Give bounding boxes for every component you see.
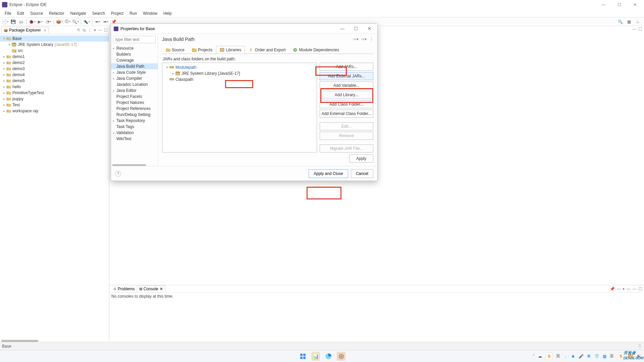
tray-smiley-icon[interactable]: ☻ — [571, 354, 575, 359]
pkg-item-primitivetypetest[interactable]: ▸PrimitiveTypeTest — [0, 90, 109, 96]
dialog-category-list[interactable]: ▸ResourceBuildersCoverageJava Build Path… — [111, 45, 158, 164]
menu-file[interactable]: File — [2, 10, 14, 17]
tray-sogou-icon[interactable]: S — [545, 353, 553, 360]
pkg-item-demo2[interactable]: ▸demo2 — [0, 60, 109, 66]
category-wikitext[interactable]: WikiText — [111, 136, 158, 142]
pkg-item-puppy[interactable]: ▸puppy — [0, 96, 109, 102]
menu-project[interactable]: Project — [108, 10, 126, 17]
start-button[interactable] — [299, 352, 307, 361]
dialog-close-button[interactable]: ✕ — [364, 26, 375, 31]
jars-item-jre-system-library-javase-17-[interactable]: ▸JRE System Library [JavaSE-17] — [164, 70, 315, 76]
category-java-build-path[interactable]: Java Build Path — [111, 63, 158, 69]
category-java-compiler[interactable]: ▸Java Compiler — [111, 75, 158, 81]
pkg-item-demo1[interactable]: ▸demo1 — [0, 54, 109, 60]
jars-item-modulepath[interactable]: ▾Modulepath — [164, 64, 315, 70]
open-type-button[interactable]: 🔍 — [72, 18, 79, 25]
pkg-item-demo3[interactable]: ▸demo3 — [0, 66, 109, 72]
nav-forward-icon[interactable]: ⇨▾ — [361, 37, 367, 42]
category-project-references[interactable]: Project References — [111, 106, 158, 112]
category-java-editor[interactable]: ▸Java Editor — [111, 87, 158, 94]
close-view-icon[interactable]: ✕ — [44, 28, 46, 32]
view-menu-dots-icon[interactable]: ⋮ — [369, 37, 373, 42]
display-console-icon[interactable]: ▭ — [617, 287, 621, 291]
package-explorer-tab[interactable]: 📦 Package Explorer ✕ — [1, 27, 49, 33]
pkg-item-jre-system-library[interactable]: ▸JRE System Library[JavaSE-17] — [0, 42, 109, 48]
pkg-item-workspace-ray[interactable]: ▸workspace ray — [0, 108, 109, 114]
menu-edit[interactable]: Edit — [14, 10, 27, 17]
pkg-item-base[interactable]: ▾Base — [0, 36, 109, 42]
category-run-debug-setting[interactable]: Run/Debug Setting — [111, 112, 158, 118]
dialog-minimize-button[interactable]: — — [337, 26, 348, 31]
dialog-filter-input[interactable] — [113, 36, 156, 43]
tab-libraries[interactable]: Libraries — [216, 46, 245, 54]
tray-tool-icon[interactable]: 🛠 — [587, 354, 591, 359]
category-task-tags[interactable]: Task Tags — [111, 124, 158, 130]
tray-mic-icon[interactable]: 🎤 — [579, 354, 584, 359]
run-button[interactable]: ▶ — [37, 18, 44, 25]
nav-back-icon[interactable]: ⇦▾ — [353, 37, 359, 42]
dialog-maximize-button[interactable]: ☐ — [351, 26, 361, 31]
forward-nav-button[interactable]: ➡ — [102, 18, 109, 25]
category-validation[interactable]: ▸Validation — [111, 130, 158, 136]
debug-button[interactable]: 🐞 — [29, 18, 36, 25]
tray-punct-icon[interactable]: ， — [564, 353, 568, 359]
new-console-icon[interactable]: ▭ — [627, 287, 630, 291]
new-class-button[interactable]: Ⓒ — [64, 18, 71, 25]
problems-tab[interactable]: ⚠ Problems — [111, 286, 137, 292]
close-console-icon[interactable]: ✕ — [160, 287, 163, 291]
editor-maximize-icon[interactable]: ☐ — [638, 27, 642, 32]
maximize-view-icon[interactable]: ☐ — [104, 28, 108, 33]
add-external-jars-button[interactable]: Add External JARs... — [320, 72, 373, 80]
tray-chevron-up-icon[interactable]: ˄ — [533, 354, 535, 359]
menu-search[interactable]: Search — [90, 10, 108, 17]
link-editor-icon[interactable]: ⇆ — [83, 28, 86, 33]
cancel-button[interactable]: Cancel — [351, 169, 373, 178]
menu-help[interactable]: Help — [161, 10, 174, 17]
apply-and-close-button[interactable]: Apply and Close — [309, 169, 348, 178]
tray-grid-icon[interactable]: ▦ — [603, 354, 606, 359]
category-task-repository[interactable]: ▸Task Repository — [111, 118, 158, 124]
java-perspective-icon[interactable]: ♨ — [634, 18, 641, 25]
save-all-button[interactable]: 🗂 — [17, 18, 25, 25]
filter-icon[interactable]: ▾ — [94, 28, 96, 33]
tray-input-icon[interactable]: 菜 — [610, 353, 614, 359]
add-jars-button[interactable]: Add JARs... — [320, 63, 373, 71]
add-class-folder-button[interactable]: Add Class Folder... — [320, 100, 373, 108]
minimize-view-icon[interactable]: — — [98, 28, 102, 33]
view-menu-icon[interactable]: ⋮ — [88, 28, 92, 33]
tray-shirt-icon[interactable]: 👕 — [594, 354, 599, 359]
close-button[interactable]: ✕ — [631, 2, 639, 8]
apply-button[interactable]: Apply — [349, 155, 373, 163]
editor-minimize-icon[interactable]: — — [632, 27, 636, 32]
taskbar-app-1[interactable]: 📊 — [311, 352, 320, 361]
tray-onedrive-icon[interactable]: ☁ — [538, 354, 542, 359]
pkg-item-src[interactable]: src — [0, 48, 109, 54]
category-builders[interactable]: Builders — [111, 51, 158, 57]
category-resource[interactable]: ▸Resource — [111, 45, 158, 51]
collapse-all-icon[interactable]: ⇱ — [77, 28, 80, 33]
menu-source[interactable]: Source — [28, 10, 46, 17]
jars-item-classpath[interactable]: Classpath — [164, 76, 315, 82]
category-coverage[interactable]: Coverage — [111, 57, 158, 63]
category-project-facets[interactable]: Project Facets — [111, 94, 158, 100]
menu-navigate[interactable]: Navigate — [67, 10, 89, 17]
pkg-item-hello[interactable]: ▸hello — [0, 84, 109, 90]
save-button[interactable]: 💾 — [9, 18, 17, 25]
new-button[interactable]: 📄 — [1, 18, 9, 25]
back-nav-button[interactable]: ⬅ — [94, 18, 101, 25]
jars-tree[interactable]: ▾Modulepath▸JRE System Library [JavaSE-1… — [162, 63, 317, 153]
tab-order-export[interactable]: Order and Export — [245, 46, 289, 54]
category-java-code-style[interactable]: ▸Java Code Style — [111, 69, 158, 75]
package-tree[interactable]: ▾Base▸JRE System Library[JavaSE-17]src▸d… — [0, 34, 109, 339]
tab-module-deps[interactable]: Module Dependencies — [289, 46, 342, 54]
minimize-button[interactable]: — — [599, 2, 608, 8]
bottom-maximize-icon[interactable]: ☐ — [638, 287, 642, 291]
tab-source[interactable]: Source — [162, 46, 188, 54]
pkg-item-demo5[interactable]: ▸demo5 — [0, 78, 109, 84]
open-console-menu-icon[interactable]: ▾ — [623, 287, 625, 291]
tray-language[interactable]: 英 — [556, 353, 560, 359]
search-button[interactable]: 🔦 — [83, 18, 90, 25]
category-project-natures[interactable]: Project Natures — [111, 100, 158, 106]
console-tab[interactable]: ▤ Console ✕ — [137, 286, 165, 292]
taskbar-edge[interactable] — [324, 352, 333, 361]
